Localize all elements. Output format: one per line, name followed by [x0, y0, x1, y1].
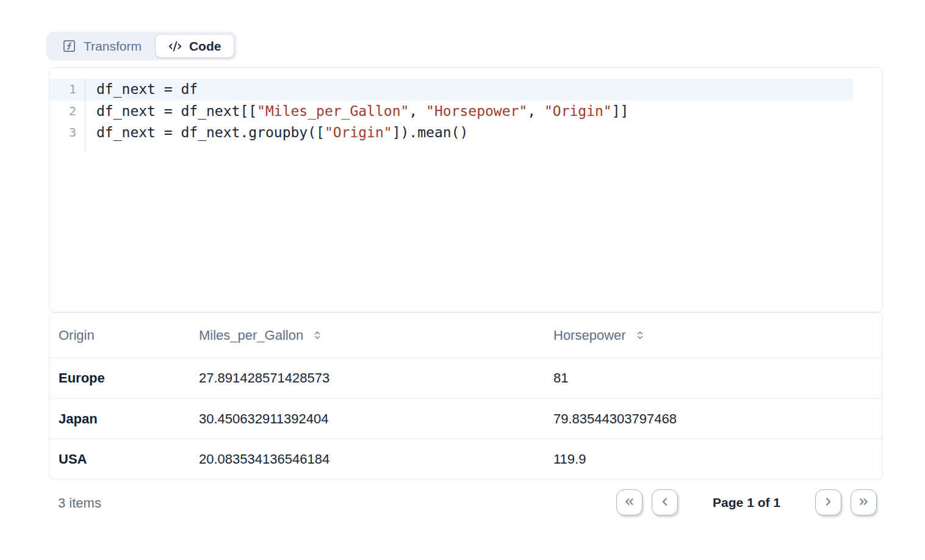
previous-page-button[interactable]	[652, 489, 678, 515]
column-header-horsepower-label: Horsepower	[553, 328, 626, 343]
cell-miles-per-gallon: 30.450632911392404	[190, 411, 544, 427]
code-line[interactable]: 1df_next = df	[49, 79, 853, 101]
cell-origin: USA	[49, 451, 190, 467]
line-number: 1	[49, 79, 85, 101]
line-number: 3	[49, 122, 85, 144]
result-table: Origin Miles_per_Gallon Horsepower Europ…	[49, 312, 883, 479]
page-indicator: Page 1 of 1	[713, 495, 780, 510]
code-token: df_next = df	[96, 81, 198, 97]
code-token: df_next = df_next.groupby([	[96, 124, 325, 140]
cell-horsepower: 81	[544, 370, 882, 386]
code-line[interactable]: 3df_next = df_next.groupby(["Origin"]).m…	[49, 122, 882, 144]
column-header-horsepower: Horsepower	[544, 328, 882, 343]
cell-origin: Europe	[49, 370, 190, 386]
line-number: 2	[49, 101, 85, 123]
cell-miles-per-gallon: 20.083534136546184	[190, 451, 544, 467]
cell-miles-per-gallon: 27.891428571428573	[190, 370, 544, 386]
code-lines: 1df_next = df2df_next = df_next[["Miles_…	[49, 79, 882, 144]
next-page-button[interactable]	[815, 489, 841, 515]
code-line[interactable]: 2df_next = df_next[["Miles_per_Gallon", …	[49, 101, 882, 123]
sort-icon[interactable]	[312, 329, 322, 342]
chevron-right-icon	[822, 495, 835, 510]
string-token: "Miles_per_Gallon"	[257, 103, 409, 119]
chevron-left-icon	[658, 495, 671, 510]
view-switcher: Transform Code	[46, 32, 237, 60]
sort-icon[interactable]	[635, 329, 645, 342]
chevrons-left-icon	[623, 495, 636, 510]
table-body: Europe27.89142857142857381Japan30.450632…	[49, 358, 882, 479]
table-row[interactable]: USA20.083534136546184119.9	[49, 439, 882, 479]
code-editor[interactable]: 1df_next = df2df_next = df_next[["Miles_…	[49, 67, 883, 312]
code-token: ]]	[612, 103, 629, 119]
column-header-miles-per-gallon: Miles_per_Gallon	[190, 328, 544, 343]
table-footer: 3 items Page 1 of 1	[49, 488, 883, 519]
tab-transform-label: Transform	[84, 39, 142, 54]
tab-code[interactable]: Code	[156, 35, 234, 57]
column-header-origin-label: Origin	[59, 328, 95, 343]
string-token: "Origin"	[544, 103, 612, 119]
column-header-origin: Origin	[49, 328, 190, 343]
code-token: ]).mean()	[392, 124, 469, 140]
function-square-icon	[62, 39, 76, 53]
pagination: Page 1 of 1	[616, 489, 877, 515]
chevrons-right-icon	[857, 495, 870, 510]
last-page-button[interactable]	[851, 489, 877, 515]
tab-transform[interactable]: Transform	[49, 35, 154, 57]
table-header-row: Origin Miles_per_Gallon Horsepower	[49, 313, 882, 358]
cell-origin: Japan	[49, 411, 190, 427]
table-row[interactable]: Japan30.45063291139240479.83544303797468	[49, 398, 882, 439]
code-token: ,	[527, 103, 544, 119]
string-token: "Horsepower"	[426, 103, 527, 119]
first-page-button[interactable]	[616, 489, 642, 515]
code-text[interactable]: df_next = df	[85, 79, 198, 101]
tab-code-label: Code	[189, 39, 221, 54]
code-token: ,	[409, 103, 426, 119]
cell-horsepower: 119.9	[544, 451, 882, 467]
cell-horsepower: 79.83544303797468	[544, 411, 882, 427]
code-text[interactable]: df_next = df_next[["Miles_per_Gallon", "…	[85, 101, 628, 123]
code-text[interactable]: df_next = df_next.groupby(["Origin"]).me…	[85, 122, 468, 144]
table-row[interactable]: Europe27.89142857142857381	[49, 358, 882, 398]
gutter-tail	[49, 144, 85, 151]
code-token: df_next = df_next[[	[96, 103, 257, 119]
code-icon	[168, 40, 182, 53]
items-count: 3 items	[49, 495, 101, 511]
column-header-miles-per-gallon-label: Miles_per_Gallon	[199, 328, 303, 343]
string-token: "Origin"	[325, 124, 392, 140]
